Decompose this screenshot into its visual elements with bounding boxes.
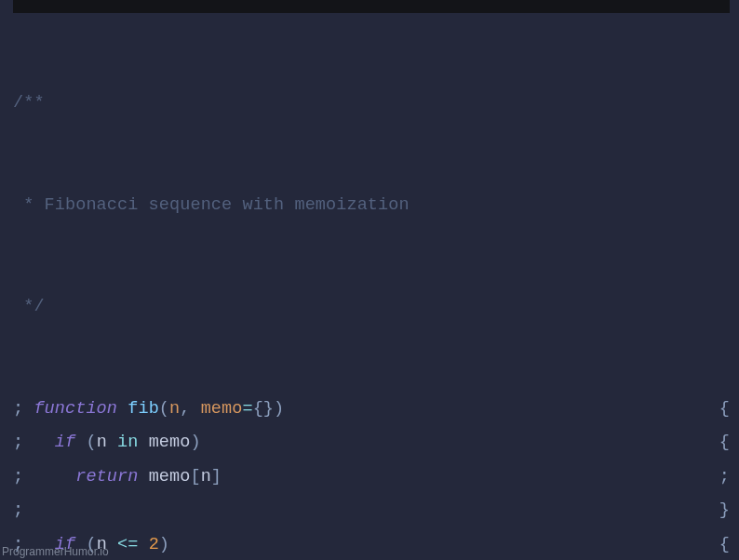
comment-line: */ [13,290,730,325]
token: fib [128,399,159,419]
token: <= [117,535,138,554]
code-line: ; return memo[n]; [13,460,730,495]
watermark: ProgrammerHumor.io [2,545,109,558]
topbar [13,0,730,13]
token: memo [201,399,243,419]
token: 2 [149,535,159,554]
leading-semicolon: ; [13,500,23,520]
token [117,399,128,419]
comment-text: */ [13,297,45,316]
token: in [117,433,138,452]
leading-semicolon: ; [13,399,23,419]
token: ) [274,399,284,419]
line-right: { [719,393,730,427]
code-line: ; if (n <= 2){ [13,528,730,561]
line-right: } [719,494,730,528]
comment-line: /** [13,87,730,121]
token: n [169,399,180,419]
token: ) [190,433,200,452]
token: ( [86,433,96,452]
code-line: ; if (n in memo){ [13,426,730,460]
token: ) [159,535,169,554]
token [138,467,148,487]
token [138,433,148,452]
token: return [75,467,138,487]
token: ( [159,399,169,419]
line-right: { [719,528,730,561]
line-left: ; [13,494,34,528]
code-line: ; function fib(n, memo={}){ [13,393,730,427]
code-lines: ; function fib(n, memo={}){; if (n in me… [13,393,730,561]
comment-line: * Fibonacci sequence with memoization [13,189,730,223]
token: , [180,399,200,419]
line-right: { [719,426,730,460]
token: function [34,399,117,419]
code-line: ; } [13,494,730,528]
token: [ [190,467,200,487]
token: memo [149,467,191,487]
line-left: ; if (n in memo) [13,426,201,460]
leading-semicolon: ; [13,467,23,487]
token: {} [253,399,274,419]
comment-text: /** [13,93,45,113]
code-block: /** * Fibonacci sequence with memoizatio… [13,19,730,560]
line-right: ; [719,460,730,495]
token: ] [211,467,222,487]
token: memo [149,433,191,452]
line-left: ; return memo[n] [13,460,222,495]
token [75,433,86,452]
token: = [242,399,252,419]
comment-text: * Fibonacci sequence with memoization [13,195,410,215]
leading-semicolon: ; [13,433,23,452]
token: if [55,433,75,452]
token [138,535,148,554]
token: n [201,467,211,487]
token [107,433,117,452]
line-left: ; function fib(n, memo={}) [13,393,284,427]
token: n [97,433,107,452]
